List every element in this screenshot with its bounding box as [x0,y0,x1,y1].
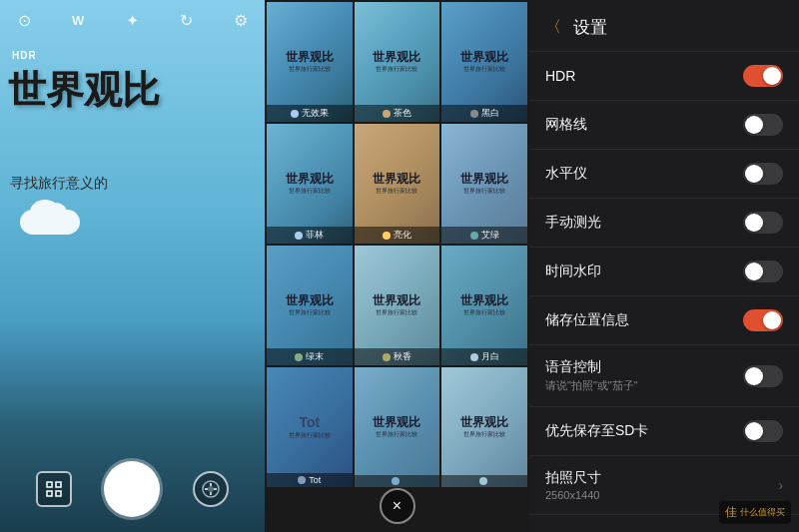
camera-sub-text: 寻找旅行意义的 [10,175,255,193]
filter-label-12 [441,475,527,487]
filter-item-6[interactable]: 世界观比 世界旅行家比较 艾绿 [441,124,527,244]
filter-label-7: 绿末 [267,348,353,365]
exposure-setting-label: 手动测光 [545,214,743,232]
exposure-toggle[interactable] [743,212,783,234]
grid-setting-label: 网格线 [545,116,743,134]
filter-item-9[interactable]: 世界观比 世界旅行家比较 月白 [441,246,527,365]
sdcard-toggle-knob [745,422,763,440]
voice-toggle-knob [745,367,763,385]
filter-label-1: 无效果 [267,105,353,122]
hdr-toggle-knob [763,67,781,85]
exposure-toggle-knob [745,214,763,232]
filter-item-5[interactable]: 世界观比 世界旅行家比较 亮化 [355,124,440,244]
filter-label-5: 亮化 [355,227,440,244]
filter-dot-5 [383,232,391,240]
filter-dot-2 [383,110,391,118]
filter-item-2[interactable]: 世界观比 世界旅行家比较 茶色 [355,2,440,122]
filter-item-10[interactable]: Tot 世界旅行家比较 Tot [267,367,353,487]
watermark-toggle[interactable] [743,261,783,282]
watermark-icon: 佳 [725,504,737,521]
sdcard-toggle[interactable] [743,420,783,442]
svg-rect-0 [47,482,52,487]
settings-panel: 〈 设置 HDR 网格线 水平仪 手动测光 [529,0,799,532]
svg-rect-2 [47,491,52,496]
voice-setting-sublabel: 请说"拍照"或"茄子" [545,378,743,393]
resolution-setting-value: 2560x1440 [545,489,778,501]
gallery-button[interactable] [193,471,229,507]
settings-item-exposure: 手动测光 [529,199,799,248]
filter-close-button[interactable]: × [380,488,415,524]
filter-item-1[interactable]: 世界观比 世界旅行家比较 无效果 [267,2,353,122]
filter-dot-8 [383,353,391,361]
resolution-setting-label: 拍照尺寸 [545,469,778,487]
filter-panel: 世界观比 世界旅行家比较 无效果 世界观比 世界旅行家比较 茶色 世界观比 世界… [265,0,529,532]
svg-rect-3 [56,491,61,496]
filter-dot-4 [295,232,303,240]
voice-toggle[interactable] [743,365,783,387]
compass-icon [201,479,221,499]
settings-item-hdr: HDR [529,52,799,101]
watermark-toggle-knob [745,263,763,280]
camera-panel: ⊙ W ✦ ↻ ⚙ HDR 世界观比 寻找旅行意义的 [0,0,265,532]
location-setting-label: 储存位置信息 [545,311,743,329]
filter-dot-1 [291,110,299,118]
level-toggle-knob [745,165,763,183]
svg-rect-1 [56,482,61,487]
watermark-setting-label: 时间水印 [545,263,743,280]
level-setting-label: 水平仪 [545,165,743,183]
camera-w-icon[interactable]: W [66,8,90,32]
settings-header: 〈 设置 [529,0,799,52]
filter-label-2: 茶色 [355,105,440,122]
level-toggle[interactable] [743,163,783,185]
filter-item-8[interactable]: 世界观比 世界旅行家比较 秋香 [355,246,440,365]
svg-point-5 [208,486,214,492]
settings-item-watermark: 时间水印 [529,248,799,296]
resolution-chevron-icon: › [778,477,783,493]
camera-settings-icon[interactable]: ⚙ [229,8,253,32]
filter-dot-3 [470,110,478,118]
filter-item-7[interactable]: 世界观比 世界旅行家比较 绿末 [267,246,353,365]
camera-main-text: 世界观比 [8,70,257,112]
filter-item-11[interactable]: 世界观比 世界旅行家比较 [355,367,440,487]
grid-toggle[interactable] [743,114,783,136]
cloud-decoration [20,210,80,235]
hdr-setting-label: HDR [545,68,743,84]
sdcard-setting-label: 优先保存至SD卡 [545,422,743,440]
filter-item-4[interactable]: 世界观比 世界旅行家比较 菲林 [267,124,353,244]
location-toggle[interactable] [743,309,783,331]
shutter-button[interactable] [104,461,160,517]
location-toggle-knob [763,311,781,329]
camera-grid-button[interactable] [36,471,72,507]
filter-preview-text: 世界观比 [286,51,334,63]
filter-dot-11 [392,477,400,485]
hdr-toggle[interactable] [743,65,783,87]
settings-item-voice: 语音控制 请说"拍照"或"茄子" [529,345,799,407]
filter-label-9: 月白 [441,348,527,365]
filter-label-8: 秋香 [355,348,440,365]
filter-dot-6 [470,232,478,240]
grid-toggle-knob [745,116,763,134]
filter-label-10: Tot [267,473,353,487]
settings-back-button[interactable]: 〈 [545,17,561,38]
grid-icon [46,481,62,497]
filter-dot-9 [470,353,478,361]
filter-dot-12 [479,477,487,485]
settings-item-sdcard: 优先保存至SD卡 [529,407,799,456]
watermark-text: 什么值得买 [740,506,785,519]
camera-refresh-icon[interactable]: ↻ [175,8,199,32]
camera-bottom-bar [0,461,265,517]
watermark-badge: 佳 什么值得买 [719,501,791,524]
filter-item-12[interactable]: 世界观比 世界旅行家比较 [441,367,527,487]
filter-label-11 [355,475,440,487]
filter-label-3: 黑白 [441,105,527,122]
camera-top-bar: ⊙ W ✦ ↻ ⚙ [0,8,265,32]
filter-close-bar: × [265,488,529,524]
settings-item-grid: 网格线 [529,101,799,150]
filter-label-4: 菲林 [267,227,353,244]
camera-sparkle-icon[interactable]: ✦ [121,8,145,32]
filter-item-3[interactable]: 世界观比 世界旅行家比较 黑白 [441,2,527,122]
filter-dot-7 [295,353,303,361]
voice-setting-label: 语音控制 [545,358,743,376]
camera-circle-icon[interactable]: ⊙ [12,8,36,32]
settings-title: 设置 [573,16,607,39]
